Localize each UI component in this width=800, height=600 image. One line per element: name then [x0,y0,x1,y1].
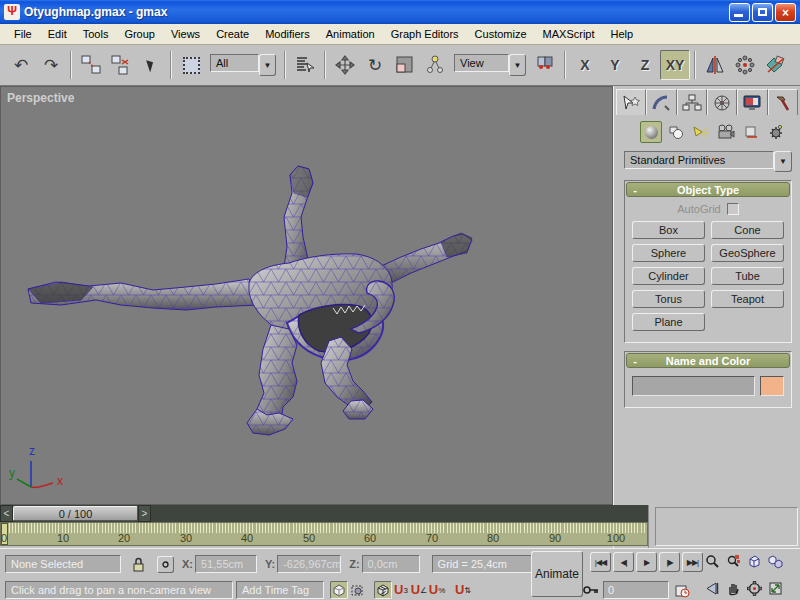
time-slider-handle[interactable]: 0 / 100 [13,506,138,521]
zoom-button[interactable] [703,552,721,570]
select-by-name-button[interactable] [290,50,320,80]
teapot-button[interactable]: Teapot [711,290,784,308]
z-coord-field[interactable]: 0,0cm [362,555,420,573]
set-key-icon[interactable] [582,581,600,599]
arc-rotate-button[interactable] [745,579,763,597]
rectangular-selection-region-button[interactable] [176,50,206,80]
cone-button[interactable]: Cone [711,221,784,239]
sphere-button[interactable]: Sphere [632,244,705,262]
tab-display[interactable] [737,89,767,115]
restrict-y-button[interactable]: Y [600,50,630,80]
frame-forward-button[interactable]: > [138,505,151,522]
tube-button[interactable]: Tube [711,267,784,285]
undo-button[interactable]: ↶ [6,50,36,80]
angle-snap-icon[interactable]: U∠ [410,581,428,599]
zoom-extents-all-button[interactable] [766,552,784,570]
go-to-end-button[interactable]: ▶▶| [682,552,703,572]
menu-graph-editors[interactable]: Graph Editors [383,26,467,42]
play-button[interactable]: ▶ [636,552,657,572]
box-button[interactable]: Box [632,221,705,239]
menu-tools[interactable]: Tools [75,26,117,42]
primitives-category-dropdown[interactable]: Standard Primitives ▼ [624,151,792,172]
chevron-down-icon[interactable]: ▼ [259,54,276,76]
x-coord-field[interactable]: 51,55cm [195,555,257,573]
perspective-viewport[interactable]: Perspective [0,86,613,505]
tab-create[interactable] [616,89,646,115]
current-frame-field[interactable]: 0 [603,581,669,599]
minimize-button[interactable] [729,3,750,22]
tab-hierarchy[interactable] [677,89,707,115]
zoom-extents-button[interactable] [745,552,763,570]
close-button[interactable]: × [775,3,796,22]
object-name-input[interactable] [632,376,755,396]
wireframe-model[interactable] [1,87,612,504]
menu-edit[interactable]: Edit [40,26,75,42]
use-pivot-point-center-button[interactable] [530,50,560,80]
systems-button[interactable] [765,121,787,143]
collapse-icon[interactable]: - [627,355,643,367]
menu-customize[interactable]: Customize [467,26,535,42]
spinner-snap-icon[interactable]: U⇅ [454,581,472,599]
zoom-all-button[interactable] [724,552,742,570]
select-and-link-button[interactable] [76,50,106,80]
snap-toggle-icon[interactable] [374,581,392,599]
geosphere-button[interactable]: GeoSphere [711,244,784,262]
restrict-z-button[interactable]: Z [630,50,660,80]
menu-create[interactable]: Create [208,26,257,42]
frame-back-button[interactable]: < [0,505,13,522]
object-color-swatch[interactable] [760,376,784,396]
time-configuration-icon[interactable] [673,581,691,599]
field-of-view-button[interactable] [703,579,721,597]
lights-button[interactable] [690,121,712,143]
go-to-start-button[interactable]: |◀◀ [590,552,611,572]
select-and-move-button[interactable] [330,50,360,80]
restrict-x-button[interactable]: X [570,50,600,80]
torus-button[interactable]: Torus [632,290,705,308]
snap-3d-icon[interactable]: U3 [392,581,410,599]
menu-group[interactable]: Group [116,26,163,42]
chevron-down-icon[interactable]: ▼ [509,54,526,76]
geometry-button[interactable] [640,121,662,143]
object-type-header[interactable]: - Object Type [626,182,790,197]
select-and-manipulate-button[interactable] [420,50,450,80]
align-button[interactable] [760,50,790,80]
collapse-icon[interactable]: - [627,184,643,196]
y-coord-field[interactable]: -626,967cm [277,555,341,573]
add-time-tag[interactable]: Add Time Tag [236,581,324,599]
helpers-button[interactable] [740,121,762,143]
autogrid-checkbox[interactable] [727,203,739,215]
previous-frame-button[interactable]: ◀| [613,552,634,572]
next-frame-button[interactable]: |▶ [659,552,680,572]
min-max-toggle-button[interactable] [766,579,784,597]
shapes-button[interactable] [665,121,687,143]
tab-modify[interactable] [646,89,676,115]
track-bar[interactable]: 0 10 20 30 40 50 60 70 80 90 100 [0,522,648,546]
pan-button[interactable] [724,579,742,597]
absolute-offset-toggle[interactable] [157,556,174,573]
menu-modifiers[interactable]: Modifiers [257,26,318,42]
restrict-xy-button[interactable]: XY [660,50,690,80]
name-and-color-header[interactable]: - Name and Color [626,353,790,368]
menu-maxscript[interactable]: MAXScript [535,26,603,42]
animate-button[interactable]: Animate [531,551,583,597]
cameras-button[interactable] [715,121,737,143]
plane-button[interactable]: Plane [632,313,705,331]
tab-utilities[interactable] [768,89,798,115]
cylinder-button[interactable]: Cylinder [632,267,705,285]
adaptive-degradation-icon[interactable] [330,581,348,599]
menu-views[interactable]: Views [163,26,208,42]
mirror-button[interactable] [700,50,730,80]
select-object-button[interactable] [136,50,166,80]
tab-motion[interactable] [707,89,737,115]
select-and-rotate-button[interactable]: ↻ [360,50,390,80]
menu-help[interactable]: Help [603,26,642,42]
chevron-down-icon[interactable]: ▼ [774,151,792,172]
array-button[interactable] [730,50,760,80]
selection-brackets-icon[interactable] [348,581,366,599]
reference-coordinate-system-dropdown[interactable]: View ▼ [454,54,526,76]
percent-snap-icon[interactable]: U% [428,581,446,599]
unlink-selection-button[interactable] [106,50,136,80]
selection-lock-icon[interactable] [129,555,147,573]
select-and-scale-button[interactable] [390,50,420,80]
redo-button[interactable]: ↷ [36,50,66,80]
